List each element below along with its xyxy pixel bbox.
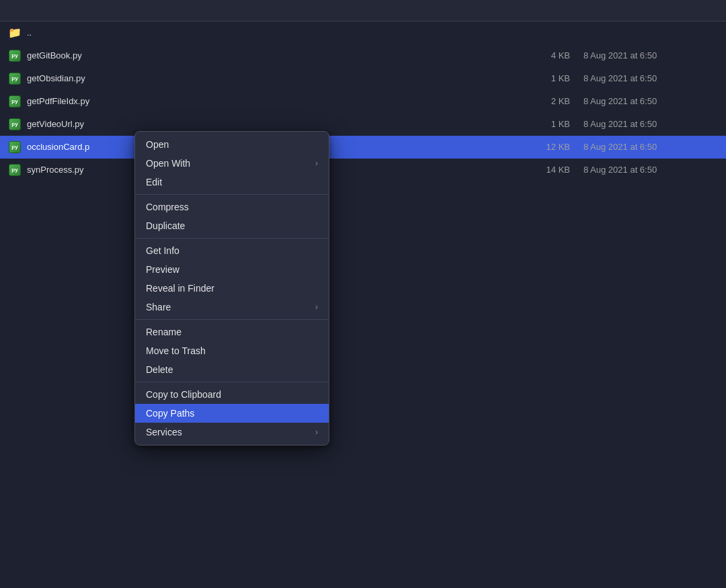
table-row[interactable]: 📁 .. [0,22,726,44]
menu-item-label: Preview [146,264,179,275]
menu-item-label: Share [146,302,171,312]
py-file-icon: py [8,163,22,177]
py-file-icon: py [8,72,22,85]
file-modified: 8 Aug 2021 at 6:50 [570,96,718,106]
menu-item-label: Rename [146,327,182,337]
context-menu: Open Open With › Edit Compress Duplicate… [134,131,329,446]
file-size: 1 KB [489,73,570,83]
menu-item-label: Delete [146,364,173,375]
submenu-arrow-icon: › [315,159,318,168]
folder-icon: 📁 [8,26,22,40]
menu-item-share[interactable]: Share › [135,298,329,317]
menu-item-copy-paths[interactable]: Copy Paths [135,404,329,423]
menu-separator [135,238,329,239]
menu-separator [135,194,329,195]
file-modified: 8 Aug 2021 at 6:50 [570,165,718,175]
menu-item-services[interactable]: Services › [135,423,329,442]
table-row[interactable]: py getPdfFileIdx.py 2 KB 8 Aug 2021 at 6… [0,90,726,113]
menu-item-label: Reveal in Finder [146,283,214,294]
menu-item-label: Services [146,427,182,437]
menu-item-rename[interactable]: Rename [135,323,329,341]
menu-item-preview[interactable]: Preview [135,260,329,279]
menu-item-label: Get Info [146,245,179,256]
menu-item-label: Edit [146,177,162,187]
menu-item-get-info[interactable]: Get Info [135,241,329,260]
menu-item-open-with[interactable]: Open With › [135,154,329,173]
menu-item-label: Open [146,139,169,150]
menu-item-label: Copy to Clipboard [146,389,221,400]
menu-item-reveal-in-finder[interactable]: Reveal in Finder [135,279,329,298]
menu-item-label: Copy Paths [146,408,194,419]
py-file-icon: py [8,95,22,108]
file-size: 14 KB [489,165,570,175]
file-name: .. [27,28,489,38]
menu-item-open[interactable]: Open [135,135,329,154]
menu-item-duplicate[interactable]: Duplicate [135,216,329,235]
menu-item-label: Compress [146,202,189,212]
menu-item-label: Move to Trash [146,345,206,356]
py-file-icon: py [8,118,22,131]
file-size: 12 KB [489,142,570,152]
menu-item-move-to-trash[interactable]: Move to Trash [135,341,329,360]
table-row[interactable]: py synProcess.py 14 KB 8 Aug 2021 at 6:5… [0,159,726,181]
file-name: getPdfFileIdx.py [27,96,489,106]
menu-item-edit[interactable]: Edit [135,173,329,192]
file-modified: 8 Aug 2021 at 6:50 [570,142,718,152]
menu-item-label: Duplicate [146,220,185,231]
file-list: 📁 .. py getGitBook.py 4 KB 8 Aug 2021 at… [0,22,726,181]
file-browser: 📁 .. py getGitBook.py 4 KB 8 Aug 2021 at… [0,0,726,588]
table-row[interactable]: py getGitBook.py 4 KB 8 Aug 2021 at 6:50 [0,44,726,67]
menu-separator [135,382,329,382]
file-modified: 8 Aug 2021 at 6:50 [570,73,718,83]
file-size: 4 KB [489,50,570,60]
submenu-arrow-icon: › [315,427,318,437]
menu-separator [135,319,329,320]
file-name: getObsidian.py [27,73,489,83]
table-header [0,0,726,22]
py-file-icon: py [8,140,22,154]
file-modified: 8 Aug 2021 at 6:50 [570,50,718,60]
menu-item-compress[interactable]: Compress [135,198,329,216]
menu-item-copy-to-clipboard[interactable]: Copy to Clipboard [135,385,329,404]
file-size: 2 KB [489,96,570,106]
file-modified: 8 Aug 2021 at 6:50 [570,119,718,129]
menu-item-label: Open With [146,158,190,169]
py-file-icon: py [8,49,22,62]
table-row[interactable]: py getVideoUrl.py 1 KB 8 Aug 2021 at 6:5… [0,113,726,136]
file-size: 1 KB [489,119,570,129]
table-row[interactable]: py getObsidian.py 1 KB 8 Aug 2021 at 6:5… [0,67,726,90]
menu-item-delete[interactable]: Delete [135,360,329,379]
file-name: getGitBook.py [27,50,489,60]
submenu-arrow-icon: › [315,302,318,312]
table-row[interactable]: py occlusionCard.p 12 KB 8 Aug 2021 at 6… [0,136,726,159]
file-name: getVideoUrl.py [27,119,489,129]
